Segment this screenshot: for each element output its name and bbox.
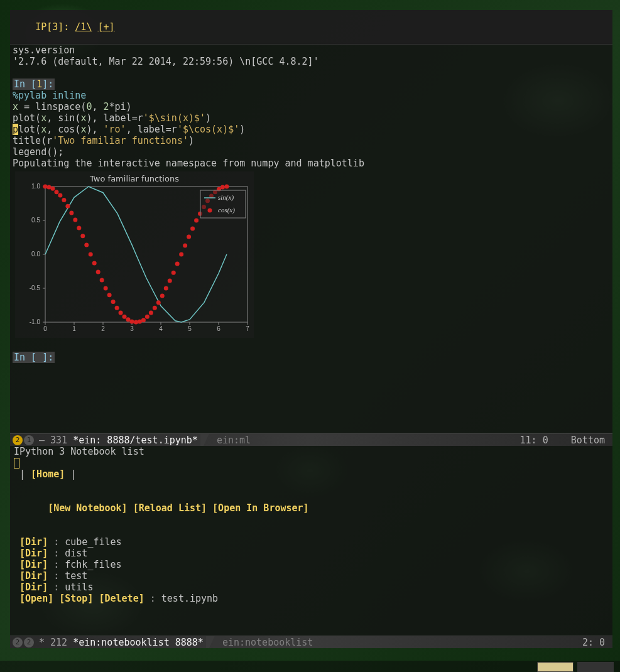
prompt-in-1: In [1]:	[13, 79, 610, 90]
svg-text:1: 1	[72, 325, 76, 332]
svg-point-54	[145, 315, 150, 319]
delete-button[interactable]: [Delete]	[99, 593, 144, 604]
major-mode: ein:notebooklist	[222, 637, 313, 648]
svg-point-47	[119, 310, 123, 315]
svg-point-45	[111, 300, 116, 304]
notebooklist-pane[interactable]: IPython 3 Notebook list | [Home] | [New …	[10, 446, 612, 636]
svg-point-28	[46, 185, 51, 190]
code-line[interactable]: plot(x, sin(x), label=r'$\sin(x)$')	[13, 112, 610, 124]
new-notebook-button[interactable]: [New Notebook]	[48, 502, 127, 514]
svg-point-75	[224, 185, 229, 189]
svg-text:3: 3	[130, 325, 134, 332]
svg-point-32	[62, 198, 66, 202]
list-item: [Dir] : test	[14, 570, 609, 582]
svg-point-35	[73, 217, 77, 222]
list-item: [Dir] : utils	[14, 582, 609, 593]
svg-point-42	[100, 278, 104, 283]
svg-point-44	[107, 293, 112, 297]
list-item: [Dir] : fchk_files	[14, 559, 609, 570]
code-line[interactable]: x = linspace(0, 2*pi)	[13, 101, 610, 112]
svg-point-52	[138, 319, 142, 323]
svg-point-58	[160, 293, 165, 298]
svg-point-38	[84, 242, 89, 247]
code-line[interactable]: %pylab inline	[13, 90, 610, 101]
cursor-hollow	[14, 458, 19, 469]
dir-button[interactable]: [Dir]	[19, 570, 48, 582]
svg-text:7: 7	[246, 325, 249, 332]
svg-point-65	[187, 234, 191, 239]
svg-text:sin(x): sin(x)	[218, 193, 234, 202]
code-line[interactable]: title(r'Two familiar functions')	[13, 135, 610, 146]
svg-point-66	[190, 226, 195, 230]
open-button[interactable]: [Open]	[19, 593, 53, 604]
major-mode: ein:ml	[217, 435, 251, 446]
kernel-label: IP[3]:	[35, 21, 75, 33]
output-text: '2.7.6 (default, Mar 22 2014, 22:59:56) …	[13, 56, 610, 67]
dir-button[interactable]: [Dir]	[19, 536, 48, 548]
svg-point-30	[54, 190, 58, 194]
svg-point-34	[69, 211, 73, 215]
svg-point-37	[80, 234, 85, 238]
svg-point-50	[130, 319, 134, 323]
taskbar-item[interactable]	[537, 662, 574, 672]
workspace-indicator[interactable]: 2	[13, 435, 23, 445]
svg-point-55	[149, 310, 153, 315]
list-item: [Dir] : dist	[14, 548, 609, 559]
svg-point-51	[134, 320, 138, 325]
svg-point-27	[43, 185, 48, 189]
breadcrumb: | [Home] |	[14, 469, 609, 480]
svg-point-33	[65, 204, 70, 209]
nb-list-title: IPython 3 Notebook list	[14, 446, 609, 457]
svg-point-57	[156, 300, 161, 305]
svg-text:0.5: 0.5	[31, 217, 40, 224]
svg-text:6: 6	[217, 325, 220, 332]
svg-point-63	[179, 252, 183, 257]
svg-point-49	[126, 317, 131, 322]
dir-button[interactable]: [Dir]	[19, 582, 48, 593]
stop-button[interactable]: [Stop]	[59, 593, 93, 604]
open-in-browser-button[interactable]: [Open In Browser]	[212, 502, 309, 514]
svg-point-56	[153, 306, 157, 310]
svg-point-48	[122, 315, 127, 319]
dir-button[interactable]: [Dir]	[19, 559, 48, 570]
svg-point-60	[168, 279, 172, 283]
workspace-indicator[interactable]: 2	[13, 637, 23, 648]
output-text: Populating the interactive namespace fro…	[13, 158, 610, 169]
taskbar-item[interactable]	[577, 662, 614, 672]
buffer-name: *ein: 8888/test.ipynb*	[73, 435, 198, 446]
modeline-top: 2 1 — 331 *ein: 8888/test.ipynb* ein:ml …	[10, 433, 612, 446]
notebook-pane[interactable]: IP[3]: /1\ [+] sys.version '2.7.6 (defau…	[10, 10, 612, 433]
svg-point-53	[141, 318, 146, 322]
svg-text:0.0: 0.0	[31, 251, 40, 257]
svg-point-61	[171, 271, 176, 275]
svg-text:5: 5	[188, 325, 192, 332]
reload-list-button[interactable]: [Reload List]	[133, 502, 207, 514]
prompt-in-empty[interactable]: In [ ]:	[13, 352, 610, 363]
svg-point-74	[220, 185, 225, 190]
svg-point-36	[77, 225, 81, 230]
kernel-active-tab[interactable]: /1\	[75, 21, 92, 33]
svg-point-79	[208, 209, 212, 213]
svg-point-39	[89, 252, 93, 257]
svg-text:2: 2	[101, 325, 105, 332]
modeline-bottom: 2 2 * 212 *ein:notebooklist 8888* ein:no…	[10, 636, 612, 648]
dir-button[interactable]: [Dir]	[19, 548, 48, 559]
text-cursor: p	[13, 124, 18, 135]
taskbar	[0, 661, 620, 672]
svg-point-46	[115, 306, 119, 310]
code-line[interactable]: legend();	[13, 146, 610, 158]
svg-point-31	[58, 193, 62, 198]
plot-output: Two familiar functions 01234567-1.0-0.50…	[15, 171, 254, 338]
plot-svg: 01234567-1.0-0.50.00.51.0sin(x)cos(x)	[15, 171, 254, 338]
svg-point-59	[164, 286, 168, 291]
kernel-add-tab[interactable]: [+]	[97, 21, 114, 33]
code-line[interactable]: sys.version	[13, 45, 610, 56]
workspace-indicator[interactable]: 1	[24, 435, 34, 445]
home-link[interactable]: [Home]	[31, 469, 65, 480]
list-item: [Dir] : cube_files	[14, 536, 609, 548]
kernel-tab-bar: IP[3]: /1\ [+]	[10, 10, 612, 45]
svg-point-43	[104, 286, 108, 291]
workspace-indicator[interactable]: 2	[24, 637, 34, 648]
svg-text:-0.5: -0.5	[30, 285, 41, 291]
code-line[interactable]: plot(x, cos(x), 'ro', label=r'$\cos(x)$'…	[13, 124, 610, 135]
